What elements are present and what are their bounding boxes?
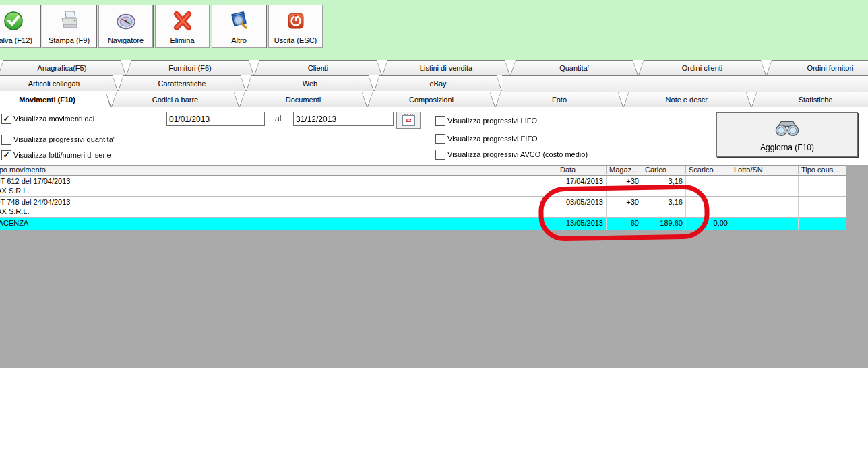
tab-anagrafica[interactable]: Anagrafica(F5) xyxy=(0,60,126,75)
navigator-button[interactable]: Navigatore xyxy=(98,5,153,48)
table-row[interactable]: LOT 612 del 17/04/2013MAX S.R.L. 17/04/2… xyxy=(0,176,846,197)
checkbox-movimenti-dal[interactable] xyxy=(1,114,11,124)
table-header: Tipo movimento Data Magaz... Carico Scar… xyxy=(0,166,846,176)
date-to-input[interactable] xyxy=(293,112,394,126)
red-x-icon xyxy=(156,9,209,33)
compass-icon xyxy=(99,9,152,33)
app-window: Salva (F12) Stampa (F9) xyxy=(0,0,868,460)
tab-note-e-descr[interactable]: Note e descr. xyxy=(623,92,751,107)
col-header-data[interactable]: Data xyxy=(557,166,607,174)
calendar-button[interactable]: 12 xyxy=(396,112,421,129)
tab-row-filler xyxy=(502,75,868,92)
label-progressivi-quantita: Visualizza progressivi quantita' xyxy=(13,135,115,143)
tab-movimenti-active[interactable]: Movimenti (F10) xyxy=(0,92,111,107)
tab-composizioni[interactable]: Composizioni xyxy=(367,92,495,107)
save-button[interactable]: Salva (F12) xyxy=(0,5,40,48)
tab-documenti[interactable]: Documenti xyxy=(239,92,367,107)
checkbox-lotti-numeri-serie[interactable] xyxy=(1,150,11,160)
tab-clienti[interactable]: Clienti xyxy=(254,60,382,75)
col-header-magazzino[interactable]: Magaz... xyxy=(607,166,642,174)
toolbar: Salva (F12) Stampa (F9) xyxy=(0,0,868,60)
checkbox-progressivi-quantita[interactable] xyxy=(1,135,11,145)
label-lotti-numeri-serie: Visualizza lotti/numeri di serie xyxy=(13,151,111,159)
other-button[interactable]: Altro xyxy=(212,5,266,48)
delete-button[interactable]: Elimina xyxy=(155,5,210,48)
date-from-input[interactable] xyxy=(166,112,265,126)
tab-foto[interactable]: Foto xyxy=(495,92,623,107)
col-header-tipo-causale[interactable]: Tipo caus... xyxy=(799,166,846,174)
binoculars-icon xyxy=(772,119,803,140)
col-header-carico[interactable]: Carico xyxy=(642,166,686,174)
tab-row-2: Articoli collegati Caratteristiche Web e… xyxy=(0,75,868,91)
al-label: al xyxy=(275,114,281,123)
printer-icon xyxy=(42,9,96,33)
tab-statistiche[interactable]: Statistiche xyxy=(751,92,868,107)
tab-ebay[interactable]: eBay xyxy=(374,75,502,91)
checkbox-progressivi-fifo[interactable] xyxy=(435,134,445,144)
movements-table: Tipo movimento Data Magaz... Carico Scar… xyxy=(0,165,846,230)
navigator-button-label: Navigatore xyxy=(108,36,144,44)
calendar-icon: 12 xyxy=(402,115,415,126)
print-button-label: Stampa (F9) xyxy=(49,36,90,44)
tab-caratteristiche[interactable]: Caratteristiche xyxy=(118,75,246,91)
tab-codici-a-barre[interactable]: Codici a barre xyxy=(111,92,239,107)
update-button-label: Aggiorna (F10) xyxy=(760,143,814,152)
table-row-giacenza-highlighted[interactable]: GIACENZA 13/05/2013 60 189,60 0,00 xyxy=(0,218,846,230)
col-header-tipo-movimento[interactable]: Tipo movimento xyxy=(0,166,557,174)
tab-articoli-collegati[interactable]: Articoli collegati xyxy=(0,75,118,91)
tab-ordini-clienti[interactable]: Ordini clienti xyxy=(638,60,766,75)
tab-web[interactable]: Web xyxy=(246,75,374,91)
print-button[interactable]: Stampa (F9) xyxy=(42,5,96,48)
tab-row-3: Movimenti (F10) Codici a barre Documenti… xyxy=(0,92,868,107)
update-button[interactable]: Aggiorna (F10) xyxy=(716,112,858,157)
exit-button[interactable]: Uscita (ESC) xyxy=(268,5,323,48)
tab-row-1: Anagrafica(F5) Fornitori (F6) Clienti Li… xyxy=(0,60,868,75)
filter-panel: Visualizza movimenti dal Visualizza prog… xyxy=(0,107,868,165)
checkbox-progressivi-avco[interactable] xyxy=(435,150,445,160)
col-header-lotto-sn[interactable]: Lotto/SN xyxy=(731,166,799,174)
table-row[interactable]: LOT 748 del 24/04/2013MAX S.R.L. 03/05/2… xyxy=(0,197,846,218)
check-circle-icon xyxy=(0,9,40,33)
label-movimenti-dal: Visualizza movimenti dal xyxy=(13,114,94,123)
exit-button-label: Uscita (ESC) xyxy=(274,36,317,44)
label-progressivi-lifo: Visualizza progressivi LIFO xyxy=(447,117,537,125)
save-button-label: Salva (F12) xyxy=(0,36,32,44)
label-progressivi-avco: Visualizza progressivi AVCO (costo medio… xyxy=(447,150,588,158)
tab-fornitori[interactable]: Fornitori (F6) xyxy=(126,60,254,75)
col-header-scarico[interactable]: Scarico xyxy=(686,166,731,174)
label-progressivi-fifo: Visualizza progressivi FIFO xyxy=(447,135,538,143)
checkbox-progressivi-lifo[interactable] xyxy=(435,116,445,126)
tab-listini-di-vendita[interactable]: Listini di vendita xyxy=(382,60,510,75)
other-button-label: Altro xyxy=(231,36,247,44)
book-search-icon xyxy=(212,9,266,33)
delete-button-label: Elimina xyxy=(170,36,194,44)
tab-quantita[interactable]: Quantita' xyxy=(510,60,638,75)
tab-ordini-fornitori[interactable]: Ordini fornitori xyxy=(766,60,868,75)
power-icon xyxy=(269,9,322,33)
